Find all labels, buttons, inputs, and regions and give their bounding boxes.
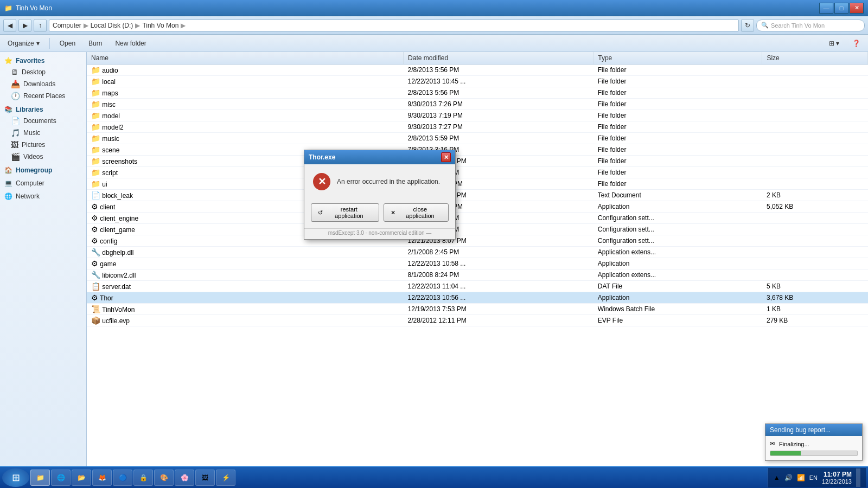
table-row[interactable]: 📁 audio 2/8/2013 5:56 PM File folder (87, 65, 868, 76)
table-row[interactable]: 📁 local 12/22/2013 10:45 ... File folder (87, 76, 868, 87)
search-box[interactable]: 🔍 Search Tinh Vo Mon (756, 20, 865, 31)
bug-panel-status-row: ✉ Finalizing... (770, 440, 858, 447)
table-row[interactable]: 📁 scene 7/8/2013 3:16 PM File folder (87, 144, 868, 156)
close-app-button[interactable]: ✕ close application (384, 203, 449, 222)
restart-button[interactable]: ↺ restart application (311, 203, 379, 222)
maximize-button[interactable]: □ (834, 3, 848, 14)
col-date[interactable]: Date modified (404, 52, 593, 65)
bug-panel-progress-fill (770, 451, 801, 455)
file-size-cell (762, 269, 868, 281)
dialog-close-button[interactable]: ✕ (441, 152, 451, 162)
breadcrumb-computer[interactable]: Computer (53, 22, 81, 29)
sidebar-item-documents[interactable]: 📄 Documents (0, 115, 86, 127)
table-row[interactable]: 📁 screenshots 12/20/2013 9:31 PM File fo… (87, 156, 868, 167)
libraries-header[interactable]: 📚 Libraries (0, 104, 86, 115)
organize-button[interactable]: Organize ▾ (4, 38, 43, 48)
sidebar-item-computer[interactable]: 💻 Computer (0, 178, 86, 189)
dialog-title-bar: Thor.exe ✕ (304, 150, 455, 164)
sidebar-item-pictures[interactable]: 🖼 Pictures (0, 139, 86, 151)
back-button[interactable]: ◀ (3, 19, 16, 32)
up-button[interactable]: ↑ (34, 19, 47, 32)
refresh-button[interactable]: ↻ (741, 19, 754, 32)
burn-button[interactable]: Burn (85, 38, 105, 48)
taskbar-item-thor[interactable]: ⚡ (216, 470, 235, 486)
file-name-cell: 📁 misc (87, 99, 404, 110)
taskbar-item-explorer[interactable]: 📁 (30, 470, 50, 486)
breadcrumb-folder[interactable]: Tinh Vo Mon (142, 22, 178, 29)
minimize-button[interactable]: — (819, 3, 833, 14)
table-row[interactable]: ⚙ config 12/21/2013 8:07 PM Configuratio… (87, 235, 868, 247)
breadcrumb-localdisk[interactable]: Local Disk (D:) (91, 22, 133, 29)
network-label: Network (16, 192, 40, 200)
app-icon: ⚙ (91, 293, 98, 302)
sidebar-item-music[interactable]: 🎵 Music (0, 127, 86, 139)
table-row[interactable]: 📁 script 2/8/2013 5:56 PM File folder (87, 167, 868, 178)
file-size-cell: 1 KB (762, 304, 868, 315)
pictures-icon: 🖼 (11, 140, 18, 149)
table-row[interactable]: 📁 maps 2/8/2013 5:56 PM File folder (87, 87, 868, 99)
file-table: Name Date modified Type Size 📁 audio 2/8… (87, 52, 868, 326)
taskbar-item-app1[interactable]: 🌸 (175, 470, 194, 486)
title-bar: 📁 Tinh Vo Mon — □ ✕ (0, 0, 868, 16)
new-folder-button[interactable]: New folder (112, 38, 149, 48)
dialog-title-text: Thor.exe (309, 153, 335, 161)
view-options-button[interactable]: ⊞ ▾ (826, 38, 843, 48)
computer-section: 💻 Computer (0, 178, 86, 189)
libraries-section: 📚 Libraries 📄 Documents 🎵 Music 🖼 Pictur… (0, 104, 86, 163)
table-row[interactable]: 📄 block_leak 12/21/2013 8:07 PM Text Doc… (87, 190, 868, 201)
window-title: Tinh Vo Mon (16, 4, 52, 12)
sidebar-item-videos[interactable]: 🎬 Videos (0, 151, 86, 163)
sidebar-item-recent[interactable]: 🕐 Recent Places (0, 90, 86, 102)
table-row[interactable]: 📁 model2 9/30/2013 7:27 PM File folder (87, 121, 868, 133)
table-row[interactable]: 📁 misc 9/30/2013 7:26 PM File folder (87, 99, 868, 110)
favorites-header[interactable]: ⭐ Favorites (0, 55, 86, 66)
main-area: ⭐ Favorites 🖥 Desktop 📥 Downloads 🕐 Rece… (0, 52, 868, 474)
file-size-cell: 5,052 KB (762, 201, 868, 213)
organize-label: Organize (8, 40, 34, 47)
table-row[interactable]: 🔧 dbghelp.dll 2/1/2008 2:45 PM Applicati… (87, 247, 868, 258)
table-row[interactable]: 📁 music 2/8/2013 5:59 PM File folder (87, 133, 868, 144)
table-row[interactable]: ⚙ client_engine 2/8/2013 5:56 PM Configu… (87, 213, 868, 224)
sidebar-item-network[interactable]: 🌐 Network (0, 191, 86, 202)
taskbar-item-chrome[interactable]: 🔵 (113, 470, 132, 486)
table-row[interactable]: 🔧 libiconv2.dll 8/1/2008 8:24 PM Applica… (87, 269, 868, 281)
file-date-cell: 2/8/2013 5:59 PM (404, 133, 593, 144)
taskbar-item-photoshop[interactable]: 🎨 (154, 470, 174, 486)
computer-label: Computer (16, 179, 44, 187)
file-name-cell: 📋 server.dat (87, 281, 404, 292)
restart-label: restart application (326, 206, 372, 219)
chrome-icon: 🔵 (119, 474, 127, 481)
forward-button[interactable]: ▶ (18, 19, 31, 32)
recent-icon: 🕐 (11, 92, 20, 100)
table-row[interactable]: 📦 ucfile.evp 2/28/2012 12:11 PM EVP File… (87, 315, 868, 326)
breadcrumb[interactable]: Computer ▶ Local Disk (D:) ▶ Tinh Vo Mon… (49, 20, 739, 31)
close-button[interactable]: ✕ (850, 3, 864, 14)
open-button[interactable]: Open (56, 38, 79, 48)
table-row[interactable]: ⚙ client 4/22/2010 1:54 PM Application 5… (87, 201, 868, 213)
taskbar-item-firefox[interactable]: 🦊 (92, 470, 112, 486)
taskbar-item-ie[interactable]: 🌐 (51, 470, 71, 486)
start-button[interactable]: ⊞ (2, 468, 29, 487)
taskbar-item-folder2[interactable]: 📂 (72, 470, 91, 486)
homegroup-item[interactable]: 🏠 Homegroup (0, 165, 86, 176)
taskbar-item-security[interactable]: 🔒 (133, 470, 153, 486)
sidebar-item-desktop[interactable]: 🖥 Desktop (0, 66, 86, 78)
table-row[interactable]: 📁 model 9/30/2013 7:19 PM File folder (87, 110, 868, 121)
table-row[interactable]: 📁 ui 7/18/2013 8:53 PM File folder (87, 178, 868, 190)
col-size[interactable]: Size (762, 52, 868, 65)
file-size-cell (762, 99, 868, 110)
show-desktop-button[interactable] (856, 468, 860, 487)
help-button[interactable]: ❓ (849, 38, 864, 48)
table-row[interactable]: ⚙ game 12/22/2013 10:58 ... Application (87, 258, 868, 269)
table-row[interactable]: ⚙ Thor 12/22/2013 10:56 ... Application … (87, 292, 868, 304)
taskbar-item-app2[interactable]: 🖼 (195, 470, 215, 486)
file-name-cell: 📁 music (87, 133, 404, 144)
sidebar-item-downloads[interactable]: 📥 Downloads (0, 78, 86, 90)
photoshop-icon: 🎨 (160, 474, 168, 481)
col-type[interactable]: Type (593, 52, 762, 65)
tray-arrow-icon[interactable]: ▲ (774, 474, 780, 481)
table-row[interactable]: 📜 TinhVoMon 12/19/2013 7:53 PM Windows B… (87, 304, 868, 315)
col-name[interactable]: Name (87, 52, 404, 65)
table-row[interactable]: 📋 server.dat 12/22/2013 11:04 ... DAT Fi… (87, 281, 868, 292)
table-row[interactable]: ⚙ client_game 2/8/2013 5:56 PM Configura… (87, 224, 868, 235)
